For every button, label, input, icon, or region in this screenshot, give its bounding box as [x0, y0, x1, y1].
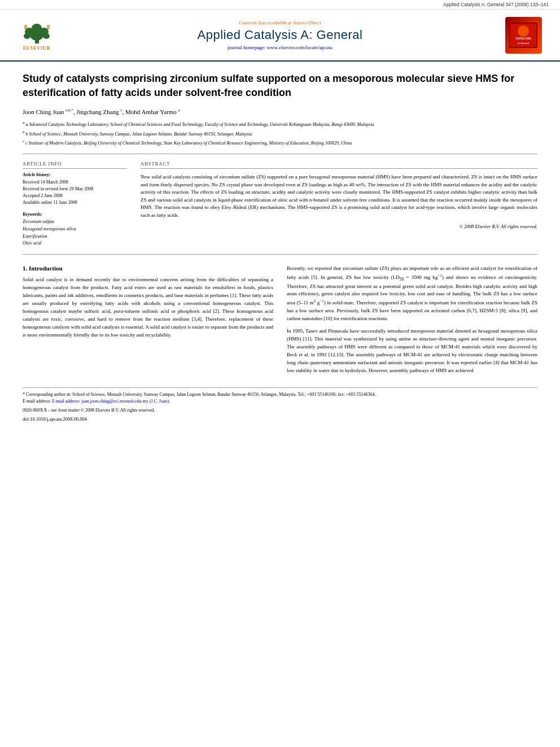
catalysis-badge: CATALYSIS A: General [505, 17, 542, 54]
received-date: Received 14 March 2008 [23, 179, 127, 186]
divider-body [23, 254, 537, 255]
abstract-header: ABSTRACT [141, 161, 537, 169]
corresponding-note: * Corresponding author at: School of Sci… [23, 391, 537, 398]
elsevier-logo: ELSEVIER [21, 19, 53, 51]
journal-title: Applied Catalysis A: General [62, 28, 498, 42]
article-info-abstract-section: ARTICLE INFO Article history: Received 1… [23, 161, 537, 247]
abstract-copyright: © 2008 Elsevier B.V. All rights reserved… [141, 224, 537, 229]
author-mohd: Mohd Ambar Yarmo a [125, 108, 180, 115]
svg-text:A: General: A: General [518, 42, 529, 45]
introduction-two-col: 1. Introduction Solid acid catalyst is i… [23, 265, 537, 379]
citation-text: Applied Catalysis A: General 347 (2008) … [443, 2, 549, 7]
svg-point-11 [518, 25, 529, 37]
author-joon: Joon Ching Juan a,b,* [23, 108, 73, 115]
intro-right-col: Recently, we reported that zirconium sul… [287, 265, 537, 379]
keyword-2: Hexagonal mesoporous silica [23, 226, 127, 233]
contents-label: Contents lists available at [239, 20, 292, 25]
revised-date: Received in revised form 29 May 2008 [23, 186, 127, 193]
author-jingchang: Jingchang Zhang c [76, 108, 122, 115]
keywords-title: Keywords: [23, 212, 127, 217]
journal-header: ELSEVIER Contents lists available at Sci… [0, 10, 560, 62]
intro-paragraph-1: Solid acid catalyst is in demand recentl… [23, 276, 273, 339]
abstract-col: ABSTRACT New solid acid catalysts consis… [141, 161, 537, 247]
introduction-section: 1. Introduction Solid acid catalyst is i… [23, 265, 537, 379]
elsevier-text: ELSEVIER [23, 46, 50, 51]
svg-rect-7 [24, 25, 27, 29]
doi-line: doi:10.1016/j.apcata.2008.06.004 [23, 416, 537, 422]
intro-paragraph-3: In 1995, Tanev and Pinnavala have succes… [287, 327, 537, 375]
affiliation-a: a a Advanced Catalysis Technology Labora… [23, 120, 537, 128]
available-date: Available online 11 June 2008 [23, 199, 127, 206]
article-info-header: ARTICLE INFO [23, 161, 127, 169]
issn-line: 0926-860X/$ – see front matter © 2008 El… [23, 407, 537, 414]
page-wrapper: Applied Catalysis A: General 347 (2008) … [0, 0, 560, 432]
divider-top [23, 154, 537, 154]
article-info-col: ARTICLE INFO Article history: Received 1… [23, 161, 127, 247]
svg-rect-8 [47, 25, 50, 29]
main-content: Study of catalysts comprising zirconium … [0, 62, 560, 432]
sciencedirect-name: ScienceDirect [293, 20, 321, 25]
catalysis-badge-container: CATALYSIS A: General [498, 15, 549, 55]
keywords-list: Zirconium sulfate Hexagonal mesoporous s… [23, 219, 127, 247]
svg-point-5 [43, 33, 50, 39]
affiliations: a a Advanced Catalysis Technology Labora… [23, 120, 537, 147]
catalysis-badge-image: CATALYSIS A: General [509, 23, 537, 48]
abstract-text: New solid acid catalysts consisting of z… [141, 173, 537, 219]
keyword-4: Oleic acid [23, 240, 127, 247]
affiliation-b: b b School of Science, Monash University… [23, 129, 537, 138]
keyword-3: Esterification [23, 233, 127, 241]
article-title: Study of catalysts comprising zirconium … [23, 72, 537, 100]
article-history-title: Article history: [23, 172, 127, 177]
homepage-text: journal homepage: www.elsevier.com/locat… [228, 45, 332, 50]
journal-homepage: journal homepage: www.elsevier.com/locat… [62, 45, 498, 50]
elsevier-tree-icon [21, 19, 53, 45]
svg-text:CATALYSIS: CATALYSIS [515, 37, 531, 40]
svg-point-6 [32, 24, 42, 33]
footer-section: * Corresponding author at: School of Sci… [23, 387, 537, 422]
authors-line: Joon Ching Juan a,b,*, Jingchang Zhang c… [23, 108, 537, 115]
journal-header-center: Contents lists available at ScienceDirec… [62, 20, 498, 50]
accepted-date: Accepted 2 June 2008 [23, 193, 127, 199]
intro-paragraph-2: Recently, we reported that zirconium sul… [287, 265, 537, 323]
sciencedirect-link: Contents lists available at ScienceDirec… [62, 20, 498, 25]
elsevier-logo-container: ELSEVIER [11, 15, 62, 55]
section-heading: 1. Introduction [23, 265, 273, 272]
citation-bar: Applied Catalysis A: General 347 (2008) … [0, 0, 560, 10]
keyword-1: Zirconium sulfate [23, 219, 127, 226]
affiliation-c: c c Institute of Modern Catalysis, Beiji… [23, 138, 537, 147]
intro-left-col: 1. Introduction Solid acid catalyst is i… [23, 265, 273, 379]
email-note: E-mail address: E-mail address: juan.joo… [23, 398, 537, 405]
svg-point-4 [24, 33, 30, 39]
